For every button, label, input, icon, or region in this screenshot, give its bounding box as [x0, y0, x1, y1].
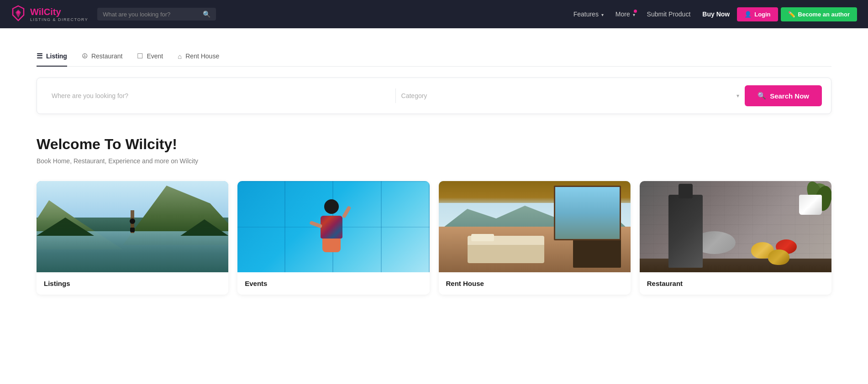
search-location-input[interactable]	[46, 88, 395, 103]
login-icon: 👤	[744, 11, 752, 18]
tab-listing-label: Listing	[46, 52, 67, 60]
logo[interactable]: WilCity LISTING & DIRECTORY	[11, 5, 88, 24]
navbar-search-input[interactable]	[103, 11, 199, 18]
tab-listing[interactable]: ☰ Listing	[37, 47, 67, 67]
search-now-button[interactable]: 🔍 Search Now	[745, 85, 822, 106]
tab-rent-house-label: Rent House	[185, 52, 219, 60]
navbar-search-icon: 🔍	[203, 10, 210, 18]
become-author-button[interactable]: ✏️ Become an author	[781, 7, 857, 21]
tab-event[interactable]: ☐ Event	[137, 47, 163, 67]
card-rent-house-label: Rent House	[439, 272, 631, 295]
tab-restaurant-label: Restaurant	[91, 52, 122, 60]
tab-event-icon: ☐	[137, 52, 143, 60]
cards-grid: Listings	[37, 181, 831, 295]
tab-listing-icon: ☰	[37, 52, 42, 60]
nav-buy-now[interactable]: Buy Now	[698, 8, 734, 21]
card-events-image	[237, 181, 429, 272]
tab-rent-house-icon: ⌂	[178, 52, 182, 60]
logo-icon	[11, 5, 26, 24]
nav-submit-product[interactable]: Submit Product	[642, 8, 695, 21]
svg-point-0	[17, 11, 20, 14]
search-category-select[interactable]: Category ▾	[396, 88, 745, 103]
search-category-label: Category	[401, 92, 733, 99]
search-now-icon: 🔍	[758, 92, 766, 100]
tab-restaurant[interactable]: ☮ Restaurant	[82, 47, 122, 67]
logo-title: WilCity	[30, 7, 88, 17]
login-button[interactable]: 👤 Login	[737, 7, 778, 21]
card-events-label: Events	[237, 272, 429, 295]
search-tabs: ☰ Listing ☮ Restaurant ☐ Event ⌂ Rent Ho…	[37, 47, 831, 67]
nav-features[interactable]: Features ▾	[569, 8, 608, 21]
search-panel: Category ▾ 🔍 Search Now	[37, 78, 831, 114]
tab-event-label: Event	[147, 52, 163, 60]
nav-more-dot	[634, 10, 637, 13]
author-icon: ✏️	[788, 11, 795, 18]
nav-more[interactable]: More ▾	[611, 8, 640, 21]
card-restaurant-label: Restaurant	[640, 272, 831, 295]
card-events[interactable]: Events	[237, 181, 429, 295]
tab-rent-house[interactable]: ⌂ Rent House	[178, 47, 219, 67]
welcome-subtitle: Book Home, Restaurant, Experience and mo…	[37, 157, 831, 165]
logo-tagline: LISTING & DIRECTORY	[30, 17, 88, 22]
navbar-search[interactable]: 🔍	[97, 8, 216, 21]
card-listings-image	[37, 181, 228, 272]
card-listings[interactable]: Listings	[37, 181, 228, 295]
category-chevron-icon: ▾	[736, 93, 739, 99]
tab-restaurant-icon: ☮	[82, 52, 88, 60]
card-restaurant-image	[640, 181, 831, 272]
welcome-section: Welcome To Wilcity! Book Home, Restauran…	[37, 136, 831, 165]
welcome-title: Welcome To Wilcity!	[37, 136, 831, 153]
card-rent-house-image	[439, 181, 631, 272]
card-restaurant[interactable]: Restaurant	[640, 181, 831, 295]
nav-links: Features ▾ More ▾ Submit Product Buy Now…	[569, 7, 857, 21]
main-content: ☰ Listing ☮ Restaurant ☐ Event ⌂ Rent Ho…	[0, 28, 868, 313]
card-rent-house[interactable]: Rent House	[439, 181, 631, 295]
card-listings-label: Listings	[37, 272, 228, 295]
navbar: WilCity LISTING & DIRECTORY 🔍 Features ▾…	[0, 0, 868, 28]
